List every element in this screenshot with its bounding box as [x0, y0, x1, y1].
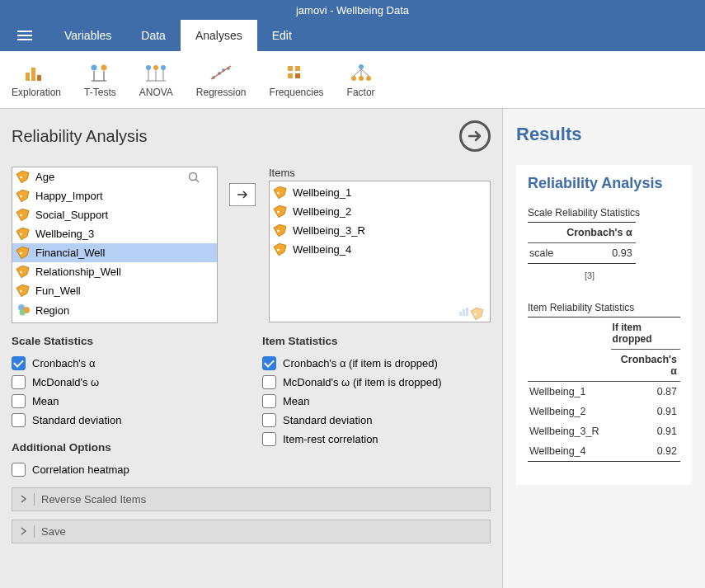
item-name: Wellbeing_1: [528, 382, 611, 402]
svg-rect-20: [288, 66, 293, 71]
item-row[interactable]: Wellbeing_2: [270, 202, 490, 221]
checkbox-label: Standard deviation: [32, 414, 121, 426]
item-reliability-row: Wellbeing_3_R0.91: [528, 421, 680, 441]
collapsible-save[interactable]: Save: [12, 520, 491, 543]
svg-point-10: [161, 65, 166, 70]
menu-tab-analyses[interactable]: Analyses: [181, 20, 257, 51]
checkbox[interactable]: [12, 463, 26, 477]
t-tests-icon: [87, 62, 113, 83]
menu-tab-data[interactable]: Data: [126, 20, 181, 51]
variable-name: Region: [35, 304, 69, 317]
continuous-icon: [17, 246, 31, 260]
variable-name: Age: [35, 171, 54, 183]
svg-rect-21: [295, 66, 300, 71]
item-stat-option[interactable]: McDonald's ω (if item is dropped): [262, 373, 491, 392]
item-row[interactable]: Wellbeing_3_R: [270, 221, 490, 240]
hamburger-menu[interactable]: [0, 31, 49, 40]
ribbon-frequencies[interactable]: Frequencies: [263, 59, 331, 101]
menu-tab-variables[interactable]: Variables: [49, 20, 126, 51]
variable-row[interactable]: Happy_Import: [12, 186, 217, 205]
variable-name: Fun_Well: [35, 285, 81, 297]
checkbox[interactable]: [262, 432, 276, 446]
ribbon-regression[interactable]: Regression: [190, 59, 253, 101]
item-row[interactable]: Wellbeing_1: [270, 183, 490, 202]
scale-row-label: scale: [528, 243, 565, 264]
frequencies-icon: [284, 62, 310, 83]
collapsible-label: Reverse Scaled Items: [34, 493, 146, 506]
svg-line-28: [354, 69, 361, 76]
ribbon-t-tests[interactable]: T-Tests: [78, 59, 123, 101]
svg-rect-47: [459, 312, 462, 316]
svg-point-24: [359, 64, 364, 69]
checkbox-label: Item-rest correlation: [283, 433, 378, 445]
svg-point-8: [146, 65, 151, 70]
scale-stat-option[interactable]: Cronbach's α: [12, 354, 251, 373]
continuous-icon: [17, 265, 31, 279]
continuous-icon: [17, 227, 31, 241]
collapsible-reverse-scaled-items[interactable]: Reverse Scaled Items: [12, 487, 491, 511]
item-stat-option[interactable]: Mean: [262, 392, 491, 411]
continuous-icon: [17, 189, 31, 203]
checkbox-label: Cronbach's α (if item is dropped): [283, 357, 438, 369]
run-arrow-button[interactable]: [459, 120, 491, 152]
panel-title: Reliability Analysis: [12, 127, 148, 146]
checkbox[interactable]: [262, 413, 276, 427]
item-col-header: Cronbach's α: [611, 350, 680, 382]
scale-stat-option[interactable]: Standard deviation: [12, 411, 251, 430]
factor-icon: [348, 62, 374, 83]
checkbox[interactable]: [12, 375, 26, 389]
item-alpha-value: 0.91: [611, 402, 680, 421]
item-name: Wellbeing_2: [293, 205, 351, 218]
variable-row[interactable]: Age: [12, 167, 217, 186]
continuous-icon: [275, 242, 288, 256]
continuous-icon: [17, 170, 31, 184]
ribbon-anova[interactable]: ANOVA: [133, 59, 180, 101]
ribbon-label: Factor: [347, 87, 375, 98]
svg-rect-48: [463, 309, 465, 316]
ribbon-factor[interactable]: Factor: [341, 59, 382, 101]
variable-row[interactable]: Relationship_Well: [12, 262, 217, 281]
item-alpha-value: 0.87: [611, 382, 680, 402]
variable-row[interactable]: Wellbeing_3: [12, 224, 217, 243]
svg-point-9: [153, 65, 158, 70]
variable-name: Financial_Well: [35, 247, 105, 259]
chevron-right-icon: [21, 525, 27, 538]
scale-reliability-table: Cronbach's α scale0.93: [528, 222, 636, 264]
search-icon[interactable]: [188, 172, 200, 186]
variable-row[interactable]: Financial_Well: [12, 243, 217, 262]
item-stat-option[interactable]: Standard deviation: [262, 411, 491, 430]
checkbox[interactable]: [12, 394, 26, 408]
checkbox[interactable]: [12, 356, 26, 370]
item-stat-option[interactable]: Cronbach's α (if item is dropped): [262, 354, 491, 373]
item-row[interactable]: Wellbeing_4: [270, 240, 490, 259]
variable-row[interactable]: Fun_Well: [12, 281, 217, 300]
ribbon-exploration[interactable]: Exploration: [5, 59, 68, 101]
item-name: Wellbeing_1: [293, 186, 351, 199]
items-list[interactable]: Wellbeing_1Wellbeing_2Wellbeing_3_RWellb…: [269, 181, 491, 322]
checkbox[interactable]: [262, 394, 276, 408]
items-label: Items: [269, 167, 491, 179]
itembox-type-icons: [458, 307, 485, 318]
checkbox-label: Mean: [32, 395, 59, 407]
menu-tab-edit[interactable]: Edit: [257, 20, 307, 51]
svg-rect-23: [295, 73, 300, 78]
item-super-header: If item dropped: [611, 318, 680, 350]
continuous-icon: [275, 186, 288, 200]
titlebar: jamovi - Wellbeing Data: [0, 0, 705, 20]
source-variable-list[interactable]: AgeHappy_ImportSocial_SupportWellbeing_3…: [12, 167, 218, 323]
checkbox[interactable]: [262, 375, 276, 389]
transfer-button[interactable]: [229, 183, 256, 206]
ribbon-label: Frequencies: [270, 87, 324, 98]
additional-option[interactable]: Correlation heatmap: [12, 460, 251, 479]
variable-row[interactable]: Social_Support: [12, 205, 217, 224]
svg-point-4: [101, 64, 107, 70]
options-panel: Reliability Analysis AgeHappy_ImportSoci…: [0, 109, 503, 588]
variable-row[interactable]: Region: [12, 300, 217, 321]
scale-stat-option[interactable]: Mean: [12, 392, 251, 411]
checkbox[interactable]: [262, 356, 276, 370]
variable-name: Happy_Import: [35, 190, 103, 202]
scale-stat-option[interactable]: McDonald's ω: [12, 373, 251, 392]
item-stat-option[interactable]: Item-rest correlation: [262, 430, 491, 449]
checkbox[interactable]: [12, 413, 26, 427]
anova-icon: [143, 62, 169, 83]
